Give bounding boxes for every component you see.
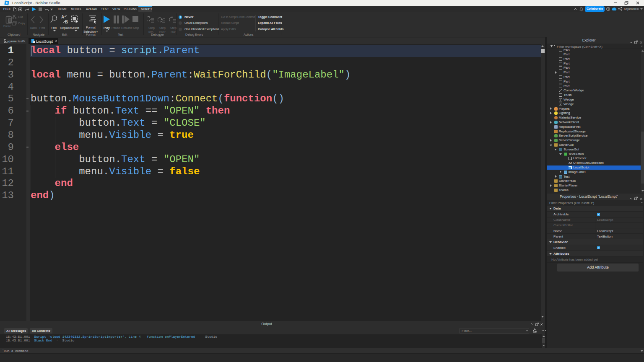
svg-text:A: A — [61, 15, 64, 19]
